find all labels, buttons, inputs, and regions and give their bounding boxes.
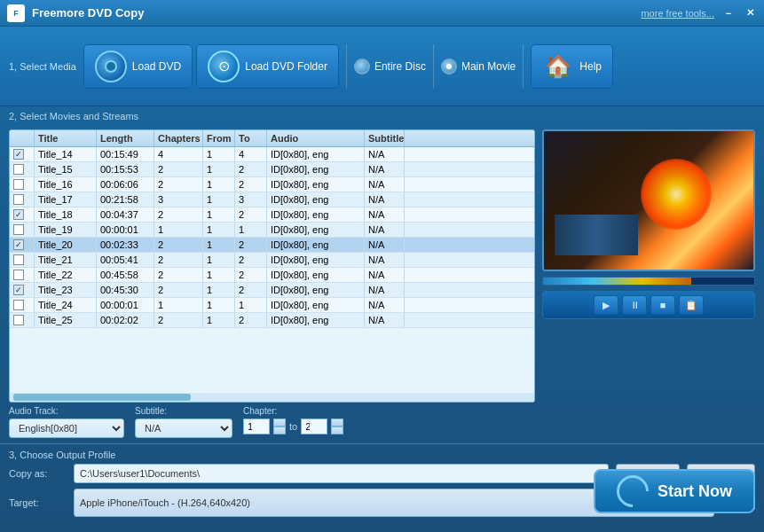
- row-checkbox[interactable]: [10, 177, 35, 192]
- row-length: 00:15:49: [97, 147, 154, 161]
- video-frame: [544, 131, 753, 270]
- row-chapters: 2: [154, 207, 203, 222]
- row-title: Title_18: [35, 207, 97, 222]
- chapter-to-input[interactable]: [301, 419, 327, 434]
- col-header-title: Title: [35, 130, 97, 146]
- subtitle-group: Subtitle: N/A: [135, 406, 232, 438]
- row-title: Title_24: [35, 298, 97, 312]
- row-checkbox[interactable]: [10, 283, 35, 297]
- col-header-check: [10, 130, 35, 146]
- table-row[interactable]: Title_15 00:15:53 2 1 2 ID[0x80], eng N/…: [10, 162, 534, 177]
- row-checkbox[interactable]: [10, 253, 35, 267]
- row-length: 00:45:30: [97, 283, 154, 297]
- chapter-from-down[interactable]: ▼: [273, 426, 286, 434]
- row-checkbox[interactable]: [10, 238, 35, 252]
- row-to: 2: [235, 162, 267, 176]
- row-to: 2: [235, 268, 267, 282]
- pause-button[interactable]: ⏸: [622, 295, 647, 315]
- row-chapters: 2: [154, 177, 203, 192]
- target-label: Target:: [9, 497, 67, 508]
- dvd-icon: [95, 51, 127, 82]
- row-subtitle: N/A: [365, 177, 405, 192]
- load-dvd-button[interactable]: Load DVD: [83, 44, 193, 89]
- table-row[interactable]: Title_24 00:00:01 1 1 1 ID[0x80], eng N/…: [10, 298, 534, 313]
- row-subtitle: N/A: [365, 238, 405, 252]
- row-length: 00:45:58: [97, 268, 154, 282]
- row-checkbox[interactable]: [10, 298, 35, 312]
- checkbox-1[interactable]: [13, 164, 24, 175]
- checkbox-6[interactable]: [13, 239, 24, 250]
- row-audio: ID[0x80], eng: [267, 253, 365, 267]
- target-value: Apple iPhone/iTouch - (H.264,640x420): [80, 497, 250, 508]
- snapshot-button[interactable]: 📋: [679, 295, 704, 315]
- table-row[interactable]: Title_25 00:02:02 2 1 2 ID[0x80], eng N/…: [10, 313, 534, 328]
- row-length: 00:04:37: [97, 207, 154, 222]
- checkbox-3[interactable]: [13, 194, 24, 205]
- table-row[interactable]: Title_22 00:45:58 2 1 2 ID[0x80], eng N/…: [10, 268, 534, 283]
- row-checkbox[interactable]: [10, 162, 35, 176]
- scrollbar-thumb[interactable]: [13, 394, 191, 401]
- subtitle-select[interactable]: N/A: [135, 419, 232, 438]
- checkbox-8[interactable]: [13, 270, 24, 280]
- table-row[interactable]: Title_21 00:05:41 2 1 2 ID[0x80], eng N/…: [10, 253, 534, 268]
- row-checkbox[interactable]: [10, 192, 35, 207]
- checkbox-0[interactable]: [13, 149, 24, 160]
- row-title: Title_22: [35, 268, 97, 282]
- audio-track-group: Audio Track: English[0x80]: [9, 406, 124, 438]
- load-dvd-folder-button[interactable]: ⊙ Load DVD Folder: [196, 44, 339, 89]
- table-row[interactable]: Title_23 00:45:30 2 1 2 ID[0x80], eng N/…: [10, 283, 534, 298]
- free-tools-link[interactable]: more free tools...: [641, 8, 714, 19]
- toolbar: 1, Select Media Load DVD ⊙ Load DVD Fold…: [0, 27, 764, 106]
- start-now-button[interactable]: Start Now: [594, 469, 755, 513]
- row-title: Title_17: [35, 192, 97, 207]
- main-content: Title Length Chapters From To Audio Subt…: [0, 124, 764, 443]
- audio-track-select[interactable]: English[0x80]: [9, 419, 124, 438]
- row-checkbox[interactable]: [10, 223, 35, 237]
- row-subtitle: N/A: [365, 298, 405, 312]
- row-to: 2: [235, 238, 267, 252]
- row-from: 1: [203, 162, 235, 176]
- chapter-from-up[interactable]: ▲: [273, 419, 286, 426]
- copy-as-label: Copy as:: [9, 468, 67, 479]
- play-button[interactable]: ▶: [594, 295, 618, 315]
- checkbox-7[interactable]: [13, 254, 24, 265]
- pause-icon: ⏸: [630, 300, 640, 310]
- checkbox-10[interactable]: [13, 300, 24, 310]
- table-row[interactable]: Title_20 00:02:33 2 1 2 ID[0x80], eng N/…: [10, 238, 534, 253]
- row-length: 00:15:53: [97, 162, 154, 176]
- entire-disc-toggle[interactable]: Entire Disc: [354, 59, 426, 74]
- row-checkbox[interactable]: [10, 147, 35, 161]
- table-row[interactable]: Title_17 00:21:58 3 1 3 ID[0x80], eng N/…: [10, 192, 534, 207]
- chapter-to-up[interactable]: ▲: [331, 419, 343, 426]
- progress-bar-container[interactable]: [542, 277, 755, 286]
- stop-button[interactable]: ■: [650, 295, 675, 315]
- title-bar: F Freemore DVD Copy more free tools... −…: [0, 0, 764, 27]
- row-checkbox[interactable]: [10, 313, 35, 327]
- row-checkbox[interactable]: [10, 207, 35, 222]
- start-now-label: Start Now: [658, 482, 732, 501]
- help-button[interactable]: 🏠 Help: [531, 44, 613, 89]
- chapter-to-down[interactable]: ▼: [331, 426, 343, 434]
- checkbox-11[interactable]: [13, 315, 24, 325]
- table-row[interactable]: Title_18 00:04:37 2 1 2 ID[0x80], eng N/…: [10, 207, 534, 223]
- row-title: Title_15: [35, 162, 97, 176]
- table-row[interactable]: Title_16 00:06:06 2 1 2 ID[0x80], eng N/…: [10, 177, 534, 192]
- copy-path-input[interactable]: [74, 464, 609, 483]
- table-row[interactable]: Title_14 00:15:49 4 1 4 ID[0x80], eng N/…: [10, 147, 534, 162]
- row-audio: ID[0x80], eng: [267, 313, 365, 327]
- checkbox-9[interactable]: [13, 285, 24, 295]
- close-button[interactable]: ✕: [743, 6, 757, 20]
- minimize-button[interactable]: −: [721, 6, 736, 20]
- checkbox-2[interactable]: [13, 179, 24, 190]
- checkbox-4[interactable]: [13, 209, 24, 220]
- table-row[interactable]: Title_19 00:00:01 1 1 1 ID[0x80], eng N/…: [10, 223, 534, 238]
- chapter-from-input[interactable]: [243, 419, 270, 434]
- row-subtitle: N/A: [365, 268, 405, 282]
- main-movie-toggle[interactable]: Main Movie: [441, 59, 516, 74]
- chapter-from-arrows: ▲ ▼: [273, 419, 286, 434]
- row-chapters: 2: [154, 162, 203, 176]
- horizontal-scrollbar[interactable]: [10, 393, 534, 402]
- title-bar-right: more free tools... − ✕: [641, 6, 757, 20]
- row-checkbox[interactable]: [10, 268, 35, 282]
- checkbox-5[interactable]: [13, 224, 24, 235]
